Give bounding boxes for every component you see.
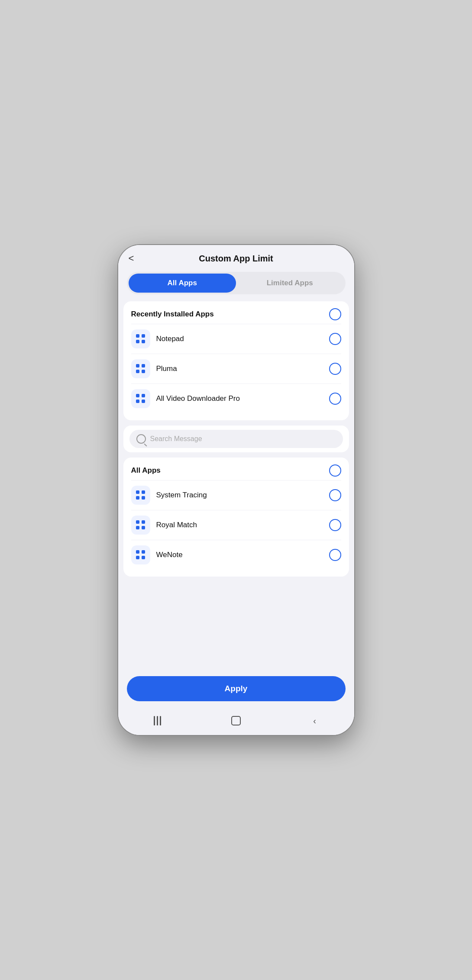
all-apps-title: All Apps bbox=[131, 466, 161, 475]
system-tracing-label: System Tracing bbox=[156, 491, 329, 500]
video-downloader-radio[interactable] bbox=[329, 393, 341, 405]
menu-button[interactable] bbox=[146, 714, 168, 727]
wenote-label: WeNote bbox=[156, 551, 329, 559]
royal-match-label: Royal Match bbox=[156, 521, 329, 529]
royal-match-radio[interactable] bbox=[329, 519, 341, 531]
recently-installed-title: Recently Installed Apps bbox=[131, 310, 214, 319]
back-button[interactable]: < bbox=[129, 254, 134, 263]
list-item: All Video Downloader Pro bbox=[131, 384, 341, 413]
pluma-label: Pluma bbox=[156, 364, 329, 373]
all-apps-radio[interactable] bbox=[329, 464, 341, 477]
dots-grid-icon bbox=[136, 394, 145, 403]
notepad-label: Notepad bbox=[156, 335, 329, 343]
content-area: Recently Installed Apps Notepad bbox=[118, 301, 354, 671]
back-nav-button[interactable]: ‹ bbox=[304, 714, 326, 727]
dots-grid-icon bbox=[136, 490, 145, 500]
tab-all-apps[interactable]: All Apps bbox=[129, 274, 236, 293]
home-button[interactable] bbox=[225, 714, 247, 727]
search-placeholder: Search Message bbox=[150, 435, 202, 443]
menu-icon bbox=[154, 716, 161, 725]
recently-installed-section: Recently Installed Apps Notepad bbox=[123, 301, 349, 420]
search-icon bbox=[136, 434, 146, 444]
bottom-nav: ‹ bbox=[118, 708, 354, 735]
wenote-icon bbox=[131, 545, 150, 564]
video-downloader-label: All Video Downloader Pro bbox=[156, 394, 329, 403]
dots-grid-icon bbox=[136, 334, 145, 344]
wenote-radio[interactable] bbox=[329, 549, 341, 561]
list-item: Royal Match bbox=[131, 510, 341, 540]
recently-installed-header: Recently Installed Apps bbox=[131, 308, 341, 324]
pluma-radio[interactable] bbox=[329, 363, 341, 375]
apply-area: Apply bbox=[118, 671, 354, 708]
search-input-wrapper[interactable]: Search Message bbox=[129, 430, 343, 448]
header: < Custom App Limit bbox=[118, 245, 354, 268]
list-item: Notepad bbox=[131, 324, 341, 354]
royal-match-icon bbox=[131, 516, 150, 535]
tab-switcher: All Apps Limited Apps bbox=[127, 272, 346, 294]
back-chevron-icon: ‹ bbox=[313, 716, 316, 726]
all-apps-section: All Apps System Tracing bbox=[123, 458, 349, 577]
search-bar: Search Message bbox=[123, 426, 349, 452]
pluma-icon bbox=[131, 359, 150, 378]
list-item: System Tracing bbox=[131, 480, 341, 510]
recently-installed-radio[interactable] bbox=[329, 308, 341, 320]
system-tracing-icon bbox=[131, 486, 150, 505]
tab-limited-apps[interactable]: Limited Apps bbox=[236, 274, 344, 293]
system-tracing-radio[interactable] bbox=[329, 489, 341, 501]
list-item: Pluma bbox=[131, 354, 341, 384]
notepad-radio[interactable] bbox=[329, 333, 341, 345]
dots-grid-icon bbox=[136, 364, 145, 374]
list-item: WeNote bbox=[131, 540, 341, 570]
page-title: Custom App Limit bbox=[199, 254, 273, 264]
dots-grid-icon bbox=[136, 520, 145, 530]
screen: < Custom App Limit All Apps Limited Apps… bbox=[118, 245, 354, 735]
dots-grid-icon bbox=[136, 550, 145, 560]
all-apps-header: All Apps bbox=[131, 464, 341, 480]
phone-frame: < Custom App Limit All Apps Limited Apps… bbox=[118, 245, 354, 735]
notepad-icon bbox=[131, 329, 150, 348]
home-icon bbox=[231, 716, 241, 725]
video-downloader-icon bbox=[131, 389, 150, 408]
apply-button[interactable]: Apply bbox=[127, 676, 346, 701]
